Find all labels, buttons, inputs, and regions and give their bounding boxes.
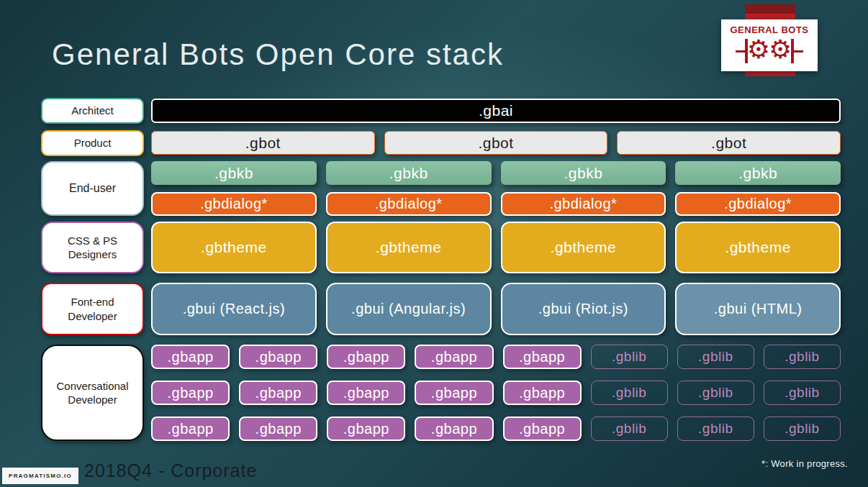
role-label-text: Conversational Developer bbox=[50, 379, 135, 407]
stack-box-gbtheme: .gbtheme bbox=[151, 222, 317, 273]
footer-caption: 2018Q4 - Corporate bbox=[84, 460, 257, 481]
pragmatismo-logo: PRAGMATISMO.IO bbox=[2, 468, 78, 484]
stack-box-gbapp: .gbapp bbox=[415, 417, 493, 441]
stack-box-gbapp: .gbapp bbox=[151, 345, 230, 369]
gbapp-row-2: .gbapp .gbapp .gbapp .gbapp .gbapp .gbli… bbox=[151, 381, 841, 405]
gbapp-row-3: .gbapp .gbapp .gbapp .gbapp .gbapp .gbli… bbox=[151, 417, 841, 441]
stack-box-gbtheme: .gbtheme bbox=[675, 222, 841, 273]
stack-box-gbapp: .gbapp bbox=[151, 417, 230, 441]
gear-icon: ⚙ bbox=[769, 37, 792, 63]
stack-box-gbapp: .gbapp bbox=[415, 381, 493, 405]
stack-box-gbapp: .gbapp bbox=[239, 345, 317, 369]
stack-box-gbdialog: .gbdialog* bbox=[675, 192, 841, 216]
stack-box-gbdialog: .gbdialog* bbox=[326, 192, 492, 216]
stack-box-gblib: .gblib bbox=[591, 417, 668, 441]
stack-box-gbtheme: .gbtheme bbox=[326, 222, 492, 273]
stack-box-gblib: .gblib bbox=[677, 381, 754, 405]
stack-box-gbui-react: .gbui (React.js) bbox=[151, 283, 317, 335]
role-label-text: CSS & PS Designers bbox=[50, 234, 135, 262]
stack-box-gblib: .gblib bbox=[764, 345, 841, 369]
stack-box-gblib: .gblib bbox=[764, 381, 841, 405]
page-title: General Bots Open Core stack bbox=[52, 37, 504, 72]
role-label-text: Font-end Developer bbox=[50, 295, 135, 323]
stack-box-gbkb: .gbkb bbox=[151, 161, 317, 185]
gears-icon: ⚙ ⚙ bbox=[736, 35, 804, 67]
stack-box-gblib: .gblib bbox=[677, 345, 754, 369]
role-label-font-end-developer: Font-end Developer bbox=[41, 283, 144, 335]
stack-box-gbapp: .gbapp bbox=[239, 381, 317, 405]
stack-box-gbui-riot: .gbui (Riot.js) bbox=[501, 283, 666, 335]
stack-box-gbapp: .gbapp bbox=[327, 417, 405, 441]
stack-box-gbui-angular: .gbui (Angular.js) bbox=[326, 283, 492, 335]
role-label-text: End-user bbox=[69, 181, 116, 196]
work-in-progress-note: *: Work in progress. bbox=[761, 458, 848, 469]
logo-brand-text: GENERAL BOTS bbox=[730, 24, 808, 35]
stack-box-gbapp: .gbapp bbox=[415, 345, 493, 369]
slide: General Bots Open Core stack GENERAL BOT… bbox=[0, 0, 868, 487]
gbui-row: .gbui (React.js) .gbui (Angular.js) .gbu… bbox=[151, 283, 841, 335]
stack-box-gblib: .gblib bbox=[677, 417, 754, 441]
role-label-text: Product bbox=[74, 136, 112, 150]
role-label-css-ps-designers: CSS & PS Designers bbox=[41, 222, 144, 273]
general-bots-logo: GENERAL BOTS ⚙ ⚙ bbox=[721, 19, 818, 71]
stack-box-gbapp: .gbapp bbox=[327, 345, 405, 369]
stack-box-gblib: .gblib bbox=[591, 345, 668, 369]
stack-box-gbapp: .gbapp bbox=[503, 381, 582, 405]
stack-box-gbapp: .gbapp bbox=[151, 381, 230, 405]
stack-box-gbai: .gbai bbox=[151, 99, 841, 123]
stack-box-gblib: .gblib bbox=[591, 381, 668, 405]
gear-line-left bbox=[736, 50, 745, 53]
gbdialog-row: .gbdialog* .gbdialog* .gbdialog* .gbdial… bbox=[151, 192, 841, 216]
gbot-row: .gbot .gbot .gbot bbox=[151, 131, 841, 155]
stack-box-gbot: .gbot bbox=[617, 131, 841, 155]
gbai-row: .gbai bbox=[151, 99, 841, 123]
gear-line-right bbox=[794, 50, 803, 53]
role-label-conversational-developer: Conversational Developer bbox=[41, 345, 144, 441]
stack-box-gbtheme: .gbtheme bbox=[501, 222, 666, 273]
role-label-end-user: End-user bbox=[41, 161, 144, 216]
gbtheme-row: .gbtheme .gbtheme .gbtheme .gbtheme bbox=[151, 222, 841, 273]
stack-box-gbkb: .gbkb bbox=[326, 161, 492, 185]
role-label-product: Product bbox=[41, 130, 144, 156]
stack-box-gbapp: .gbapp bbox=[327, 381, 405, 405]
stack-box-gblib: .gblib bbox=[764, 417, 841, 441]
stack-box-gbot: .gbot bbox=[384, 131, 608, 155]
stack-box-gbkb: .gbkb bbox=[501, 161, 666, 185]
stack-box-gbapp: .gbapp bbox=[503, 345, 582, 369]
gbkb-row: .gbkb .gbkb .gbkb .gbkb bbox=[151, 161, 841, 185]
stack-box-gbkb: .gbkb bbox=[675, 161, 841, 185]
stack-box-gbdialog: .gbdialog* bbox=[151, 192, 317, 216]
stack-box-gbapp: .gbapp bbox=[503, 417, 582, 441]
role-label-text: Architect bbox=[71, 104, 113, 118]
stack-box-gbapp: .gbapp bbox=[239, 417, 317, 441]
stack-box-gbdialog: .gbdialog* bbox=[501, 192, 666, 216]
stack-box-gbot: .gbot bbox=[151, 131, 375, 155]
gear-icon: ⚙ bbox=[747, 37, 770, 63]
role-label-architect: Architect bbox=[41, 98, 144, 124]
stack-box-gbui-html: .gbui (HTML) bbox=[675, 283, 841, 335]
gbapp-row-1: .gbapp .gbapp .gbapp .gbapp .gbapp .gbli… bbox=[151, 345, 841, 369]
